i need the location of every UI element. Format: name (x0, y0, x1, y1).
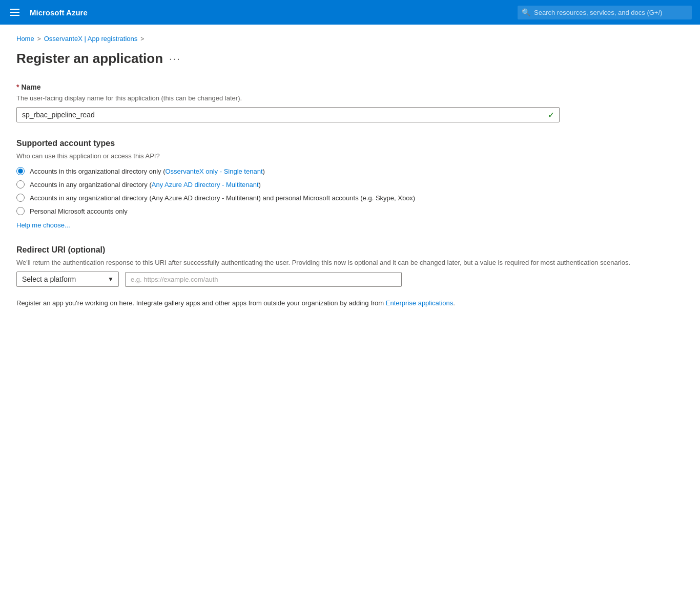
radio-label-4: Personal Microsoft accounts only (30, 207, 128, 215)
redirect-uri-description: We'll return the authentication response… (16, 259, 684, 266)
redirect-uri-row: Select a platform Web Single-page applic… (16, 271, 684, 287)
required-indicator: * (16, 83, 19, 91)
platform-select[interactable]: Select a platform Web Single-page applic… (16, 271, 119, 287)
page-options-button[interactable]: ··· (169, 53, 181, 65)
breadcrumb-app-registrations[interactable]: OsservanteX | App registrations (44, 35, 138, 43)
input-valid-icon: ✓ (548, 110, 554, 120)
name-label-text: Name (21, 83, 40, 91)
app-note-text-before: Register an app you're working on here. … (16, 299, 386, 307)
name-input-wrapper: ✓ (16, 107, 560, 122)
radio-label-1-highlight: OsservanteX only - Single tenant (165, 168, 262, 175)
redirect-uri-title: Redirect URI (optional) (16, 245, 684, 255)
radio-option-single-tenant[interactable]: Accounts in this organizational director… (16, 167, 684, 175)
account-types-radio-group: Accounts in this organizational director… (16, 167, 684, 215)
radio-option-personal-only[interactable]: Personal Microsoft accounts only (16, 207, 684, 215)
app-note-text-after: . (453, 299, 455, 307)
top-navigation: Microsoft Azure 🔍 (0, 0, 700, 25)
platform-select-wrapper: Select a platform Web Single-page applic… (16, 271, 119, 287)
breadcrumb-sep-1: > (37, 35, 41, 43)
redirect-uri-section: Redirect URI (optional) We'll return the… (16, 245, 684, 287)
app-note: Register an app you're working on here. … (16, 299, 684, 307)
page-title: Register an application (16, 51, 163, 67)
main-content: Home > OsservanteX | App registrations >… (0, 25, 700, 606)
breadcrumb-sep-2: > (140, 35, 144, 43)
enterprise-applications-link[interactable]: Enterprise applications (386, 299, 454, 307)
radio-label-2: Accounts in any organizational directory… (30, 181, 261, 189)
app-title: Microsoft Azure (30, 8, 509, 17)
name-section: * Name The user-facing display name for … (16, 83, 684, 122)
name-input[interactable] (16, 107, 560, 122)
radio-single-tenant[interactable] (16, 167, 25, 175)
breadcrumb: Home > OsservanteX | App registrations > (16, 35, 684, 43)
radio-option-multitenant[interactable]: Accounts in any organizational directory… (16, 180, 684, 189)
radio-multitenant[interactable] (16, 180, 25, 189)
search-input[interactable] (518, 6, 692, 19)
account-types-section: Supported account types Who can use this… (16, 139, 684, 229)
radio-personal-only[interactable] (16, 207, 25, 215)
radio-option-multitenant-personal[interactable]: Accounts in any organizational directory… (16, 194, 684, 202)
redirect-uri-input[interactable] (125, 272, 402, 287)
page-title-row: Register an application ··· (16, 51, 684, 67)
radio-label-1: Accounts in this organizational director… (30, 168, 265, 175)
radio-label-3: Accounts in any organizational directory… (30, 194, 415, 202)
account-types-title: Supported account types (16, 139, 684, 148)
account-types-subtitle: Who can use this application or access t… (16, 152, 684, 160)
breadcrumb-home[interactable]: Home (16, 35, 34, 43)
radio-multitenant-personal[interactable] (16, 194, 25, 202)
name-description: The user-facing display name for this ap… (16, 94, 684, 102)
name-label: * Name (16, 83, 684, 91)
search-container: 🔍 (518, 6, 692, 19)
hamburger-menu[interactable] (8, 7, 22, 18)
help-me-choose-link[interactable]: Help me choose... (16, 221, 70, 229)
radio-label-2-highlight: Any Azure AD directory - Multitenant (152, 181, 259, 189)
